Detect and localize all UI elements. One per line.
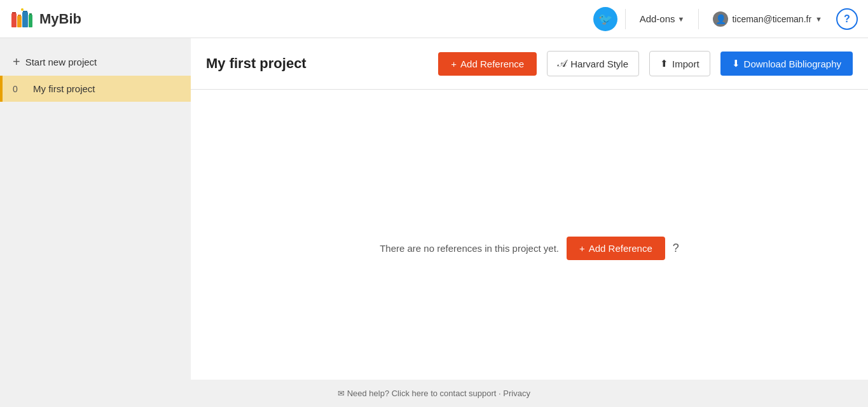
question-mark-icon: ? (673, 242, 679, 255)
footer: ✉ Need help? Click here to contact suppo… (0, 380, 868, 407)
project-name: My first project (33, 83, 95, 94)
svg-rect-2 (17, 16, 22, 27)
start-new-project-label: Start new project (25, 57, 97, 67)
harvard-style-button[interactable]: 𝒜 Harvard Style (547, 51, 639, 76)
harvard-style-icon: 𝒜 (558, 58, 567, 69)
logo-icon (10, 7, 34, 31)
import-label: Import (672, 59, 699, 69)
svg-rect-4 (22, 12, 28, 27)
help-icon: ? (844, 13, 850, 25)
addons-button[interactable]: Add-ons ▼ (633, 10, 691, 28)
add-reference-inline-label: Add Reference (589, 243, 652, 254)
help-button[interactable]: ? (836, 8, 858, 30)
svg-rect-6 (29, 15, 32, 27)
mail-icon: ✉ (338, 389, 345, 398)
sidebar-item-my-first-project[interactable]: 0 My first project (0, 76, 191, 102)
svg-point-8 (21, 8, 24, 11)
download-bibliography-label: Download Bibliography (744, 59, 841, 69)
project-title: My first project (206, 55, 428, 72)
svg-rect-5 (23, 11, 27, 12)
start-new-project-button[interactable]: + Start new project (0, 48, 191, 76)
addons-label: Add-ons (640, 13, 675, 24)
svg-rect-7 (29, 13, 32, 15)
logo-text: MyBib (39, 11, 81, 27)
header: MyBib 🐦 Add-ons ▼ 👤 ticeman@ticeman.fr ▼… (0, 0, 868, 38)
add-reference-inline-button[interactable]: + Add Reference (567, 237, 665, 260)
download-icon: ⬇ (732, 58, 740, 69)
user-email: ticeman@ticeman.fr (732, 14, 811, 24)
empty-state: There are no references in this project … (380, 237, 679, 260)
help-text: Need help? Click here to contact support (347, 389, 497, 398)
import-button[interactable]: ⬆ Import (649, 51, 710, 76)
download-bibliography-button[interactable]: ⬇ Download Bibliography (720, 52, 853, 76)
import-icon: ⬆ (660, 58, 668, 69)
harvard-style-label: Harvard Style (570, 59, 628, 69)
logo-area: MyBib (10, 7, 593, 31)
header-divider (625, 9, 626, 29)
layout: + Start new project 0 My first project M… (0, 38, 868, 407)
add-ref-inline-plus-icon: + (579, 243, 585, 254)
header-right: 🐦 Add-ons ▼ 👤 ticeman@ticeman.fr ▼ ? (593, 7, 858, 31)
privacy-link[interactable]: Privacy (503, 389, 530, 398)
chevron-down-icon: ▼ (678, 15, 685, 23)
main-content: My first project + Add Reference 𝒜 Harva… (191, 38, 868, 407)
user-chevron-icon: ▼ (815, 15, 822, 23)
header-divider-2 (698, 9, 699, 29)
privacy-text: Privacy (503, 389, 530, 398)
add-ref-plus-icon: + (451, 59, 457, 69)
svg-rect-1 (12, 12, 16, 13)
footer-separator: · (499, 389, 501, 398)
user-avatar-icon: 👤 (713, 11, 728, 27)
add-reference-label: Add Reference (460, 59, 524, 69)
user-button[interactable]: 👤 ticeman@ticeman.fr ▼ (706, 8, 829, 31)
twitter-icon: 🐦 (598, 12, 612, 26)
empty-message-text: There are no references in this project … (380, 243, 559, 254)
plus-icon: + (13, 55, 20, 69)
twitter-button[interactable]: 🐦 (593, 7, 617, 31)
help-link[interactable]: ✉ Need help? Click here to contact suppo… (338, 389, 499, 398)
main-body: There are no references in this project … (191, 90, 868, 407)
project-count: 0 (13, 84, 25, 94)
svg-rect-0 (11, 13, 17, 27)
main-header: My first project + Add Reference 𝒜 Harva… (191, 38, 868, 90)
svg-rect-3 (18, 15, 21, 16)
add-reference-button[interactable]: + Add Reference (438, 52, 537, 76)
sidebar: + Start new project 0 My first project (0, 38, 191, 407)
